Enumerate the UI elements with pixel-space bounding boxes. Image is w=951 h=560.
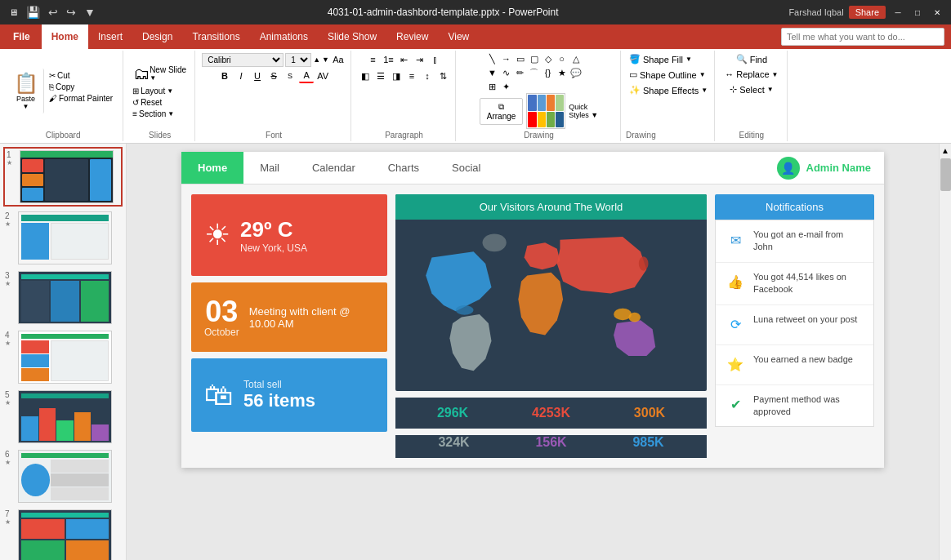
share-button[interactable]: Share	[849, 6, 886, 19]
undo-icon[interactable]: ↩	[47, 5, 60, 20]
admin-avatar: 👤	[777, 157, 800, 180]
nav-calendar[interactable]: Calendar	[296, 152, 372, 184]
slide-thumb-5[interactable]: 5 ★	[3, 389, 123, 445]
shape-callout[interactable]: 💬	[569, 66, 583, 79]
save-icon[interactable]: 💾	[25, 5, 42, 20]
underline-button[interactable]: U	[250, 69, 265, 83]
align-right-button[interactable]: ◨	[389, 69, 404, 83]
arrange-button[interactable]: ⧉ Arrange	[480, 98, 524, 125]
columns-button[interactable]: ⫿	[428, 52, 443, 67]
select-button[interactable]: ⊹ Select ▼	[726, 82, 777, 96]
char-spacing-button[interactable]: AV	[315, 69, 330, 83]
new-slide-dropdown[interactable]: ▼	[150, 74, 156, 82]
tab-home[interactable]: Home	[42, 24, 88, 49]
shape-circle[interactable]: ○	[556, 52, 569, 65]
paste-button[interactable]: 📋 Paste ▼	[8, 69, 44, 113]
strikethrough-button[interactable]: S	[266, 69, 281, 83]
paste-dropdown-icon[interactable]: ▼	[23, 103, 29, 110]
align-left-button[interactable]: ◧	[358, 69, 373, 83]
numbering-button[interactable]: 1≡	[382, 52, 396, 67]
shadow-button[interactable]: S	[283, 69, 297, 83]
shape-more[interactable]: ▼	[486, 66, 499, 79]
increase-indent-button[interactable]: ⇥	[413, 52, 427, 67]
notif-item-3: ⟳ Luna retweet on your post	[716, 305, 873, 345]
shape-action[interactable]: ⊞	[486, 80, 499, 93]
line-spacing-button[interactable]: ↕	[420, 69, 435, 83]
minimize-button[interactable]: ─	[891, 5, 905, 20]
find-button[interactable]: 🔍 Find	[733, 52, 770, 66]
nav-home[interactable]: Home	[181, 152, 243, 184]
tab-insert[interactable]: Insert	[88, 24, 132, 49]
scrollbar-right[interactable]: ▲ ▼	[939, 144, 951, 560]
replace-button[interactable]: ↔ Replace ▼	[721, 68, 781, 81]
shape-star[interactable]: ★	[556, 66, 569, 79]
cut-button[interactable]: ✂ Cut	[47, 70, 115, 81]
font-family-select[interactable]: Calibri	[202, 53, 284, 67]
shape-rect[interactable]: ▭	[514, 52, 527, 65]
shape-effects-button[interactable]: ✨ Shape Effects ▼	[626, 83, 711, 97]
slide-thumb-7[interactable]: 7 ★	[3, 508, 123, 560]
shape-arc[interactable]: ⌒	[528, 66, 541, 79]
customize-icon[interactable]: ▼	[83, 5, 97, 20]
scroll-thumb[interactable]	[940, 158, 951, 191]
font-color-button[interactable]: A	[299, 69, 314, 83]
redo-icon[interactable]: ↪	[65, 5, 78, 20]
drawing-content: ╲ → ▭ ▢ ◇ ○ △ ▼ ∿ ✏ ⌒ {} ★ 💬 ⊞ ✦	[486, 52, 592, 93]
slides-label: Slides	[149, 129, 171, 140]
decrease-indent-button[interactable]: ⇤	[397, 52, 412, 67]
tell-me-input[interactable]	[781, 28, 944, 46]
layout-button[interactable]: ⊞ Layout ▼	[130, 86, 190, 96]
tab-file[interactable]: File	[3, 24, 40, 49]
close-button[interactable]: ✕	[930, 5, 944, 20]
shape-rounded-rect[interactable]: ▢	[528, 52, 541, 65]
shape-arrow[interactable]: →	[500, 52, 513, 65]
font-size-select[interactable]: 18	[285, 53, 311, 67]
nav-charts[interactable]: Charts	[372, 152, 435, 184]
text-direction-button[interactable]: ⇅	[435, 69, 450, 83]
quick-styles-button[interactable]	[526, 93, 565, 129]
maximize-button[interactable]: □	[910, 5, 925, 20]
tab-animations[interactable]: Animations	[250, 24, 318, 49]
slide-thumb-3[interactable]: 3 ★	[3, 269, 123, 326]
align-center-button[interactable]: ☰	[373, 69, 388, 83]
clear-format-button[interactable]: Aa	[331, 52, 346, 67]
user-name: Farshad Iqbal	[788, 7, 843, 17]
new-slide-button[interactable]: 🗂 New Slide ▼	[130, 63, 190, 85]
font-size-down-button[interactable]: ▼	[322, 56, 329, 64]
tab-slideshow[interactable]: Slide Show	[318, 24, 386, 49]
bold-button[interactable]: B	[217, 69, 232, 83]
bullets-button[interactable]: ≡	[366, 52, 381, 67]
shape-fill-button[interactable]: 🪣 Shape Fill ▼	[626, 52, 711, 66]
font-size-up-button[interactable]: ▲	[313, 56, 320, 64]
tab-design[interactable]: Design	[132, 24, 182, 49]
layout-label: Layout	[141, 87, 165, 96]
reset-button[interactable]: ↺ Reset	[130, 97, 190, 108]
shape-brace[interactable]: {}	[542, 66, 555, 79]
shape-triangle[interactable]: △	[569, 52, 583, 65]
shape-diamond[interactable]: ◇	[542, 52, 555, 65]
shape-outline-button[interactable]: ▭ Shape Outline ▼	[626, 68, 711, 82]
copy-button[interactable]: ⎘ Copy	[47, 82, 115, 92]
italic-button[interactable]: I	[234, 69, 248, 83]
nav-social[interactable]: Social	[435, 152, 497, 184]
nav-mail[interactable]: Mail	[243, 152, 296, 184]
meeting-date: 03 October	[204, 297, 239, 338]
slide-thumb-2[interactable]: 2 ★	[3, 210, 123, 266]
format-painter-button[interactable]: 🖌 Format Painter	[47, 93, 115, 104]
slides-panel: 1 ★	[0, 144, 127, 560]
slide-thumb-4[interactable]: 4 ★	[3, 329, 123, 385]
shape-freeform[interactable]: ✏	[514, 66, 527, 79]
section-button[interactable]: ≡ Section ▼	[130, 109, 190, 119]
shape-extra[interactable]: ✦	[500, 80, 513, 93]
tab-review[interactable]: Review	[386, 24, 438, 49]
tab-view[interactable]: View	[438, 24, 479, 49]
slide-canvas: Home Mail Calendar Charts Social 👤 Admin…	[181, 152, 884, 468]
slide-thumb-6[interactable]: 6 ★	[3, 448, 123, 504]
tab-transitions[interactable]: Transitions	[182, 24, 249, 49]
slide-thumb-1[interactable]: 1 ★	[3, 147, 123, 207]
weather-card: ☀ 29º C New York, USA	[191, 194, 387, 276]
justify-button[interactable]: ≡	[404, 69, 419, 83]
scroll-up-button[interactable]: ▲	[940, 144, 951, 157]
shape-curve[interactable]: ∿	[500, 66, 513, 79]
shape-line[interactable]: ╲	[486, 52, 499, 65]
